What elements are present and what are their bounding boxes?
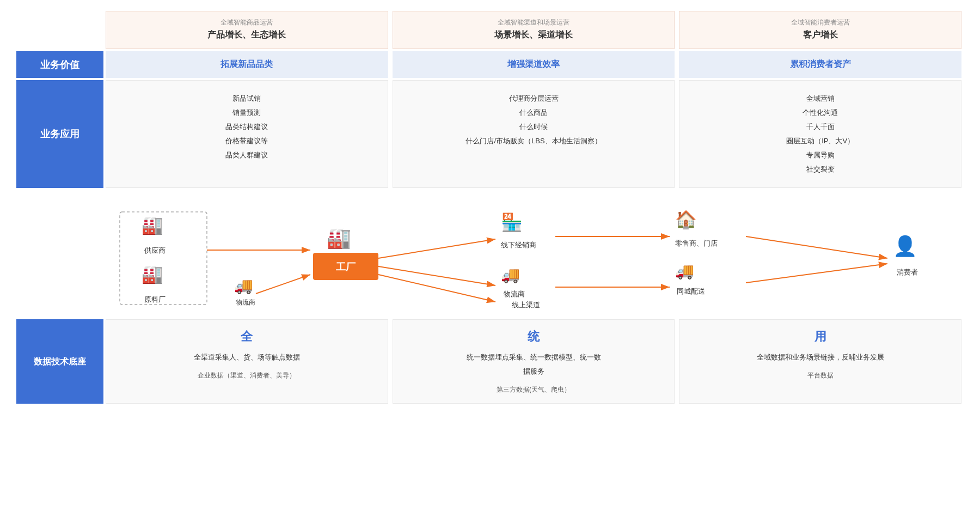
consumer-icon: 👤 xyxy=(893,234,917,258)
biz-app-col1-item1: 销量预测 xyxy=(112,106,382,120)
biz-app-content: 新品试销 销量预测 品类结构建议 价格带建议等 品类人群建议 代理商分层运营 什… xyxy=(103,80,964,188)
data-tech-col2-title: 统 xyxy=(404,329,664,345)
svg-line-9 xyxy=(378,275,495,302)
biz-app-col1-item3: 价格带建议等 xyxy=(112,134,382,148)
biz-app-col1-item0: 新品试销 xyxy=(112,92,382,106)
biz-app-col2: 代理商分层运营 什么商品 什么时候 什么门店/市场贩卖（LBS、本地生活洞察） xyxy=(393,80,675,188)
svg-line-11 xyxy=(746,264,887,283)
data-tech-col1-body: 全渠道采集人、货、场等触点数据 xyxy=(117,350,377,364)
biz-app-col3-item3: 圈层互动（IP、大V） xyxy=(685,134,955,148)
factory-icon: 🏭 xyxy=(327,226,351,250)
biz-value-col3: 累积消费者资产 xyxy=(679,51,961,78)
header-col3: 全域智能消费者运营 客户增长 xyxy=(679,11,961,49)
flow-svg: 🏭 供应商 🏭 原料厂 🚚 物流商 工厂 🏭 xyxy=(114,196,975,310)
svg-line-5 xyxy=(378,239,495,258)
data-tech-col1-title: 全 xyxy=(117,329,377,345)
header-col2-main: 场景增长、渠道增长 xyxy=(404,29,664,41)
header-col3-sub: 全域智能消费者运营 xyxy=(690,18,950,27)
biz-app-col3-item4: 专属导购 xyxy=(685,148,955,162)
svg-line-10 xyxy=(746,236,887,258)
flow-row: 🏭 供应商 🏭 原料厂 🚚 物流商 工厂 🏭 xyxy=(16,190,964,317)
data-tech-col3: 用 全域数据和业务场景链接，反哺业务发展 平台数据 xyxy=(679,319,961,404)
delivery-icon: 🚚 xyxy=(675,262,694,280)
data-tech-row: 数据技术底座 全 全渠道采集人、货、场等触点数据 企业数据（渠道、消费者、美导）… xyxy=(16,319,964,404)
data-tech-col3-body: 全域数据和业务场景链接，反哺业务发展 xyxy=(690,350,950,364)
header-col2: 全域智能渠道和场景运营 场景增长、渠道增长 xyxy=(393,11,675,49)
header-col2-sub: 全域智能渠道和场景运营 xyxy=(404,18,664,27)
logistics1-icon: 🚚 xyxy=(234,277,253,295)
logistics1-label: 物流商 xyxy=(236,299,255,306)
supplier-icon: 🏭 xyxy=(142,215,163,235)
biz-value-label: 业务价值 xyxy=(16,51,103,78)
logistics2-icon: 🚚 xyxy=(501,266,520,284)
factory-label: 工厂 xyxy=(336,262,356,272)
biz-app-col3-item5: 社交裂变 xyxy=(685,162,955,177)
online-channel-label: 线上渠道 xyxy=(512,301,540,309)
main-container: 全域智能商品运营 产品增长、生态增长 全域智能渠道和场景运营 场景增长、渠道增长… xyxy=(0,0,980,523)
data-tech-label: 数据技术底座 xyxy=(16,319,103,404)
biz-value-col2: 增强渠道效率 xyxy=(393,51,675,78)
biz-app-col2-item1: 什么商品 xyxy=(399,106,669,120)
offline-dealer-label: 线下经销商 xyxy=(501,241,536,249)
biz-app-col3: 全域营销 个性化沟通 千人千面 圈层互动（IP、大V） 专属导购 社交裂变 xyxy=(679,80,961,188)
biz-app-col2-item3: 什么门店/市场贩卖（LBS、本地生活洞察） xyxy=(399,134,669,148)
svg-line-3 xyxy=(256,275,310,294)
raw-material-label: 原料厂 xyxy=(144,295,166,303)
retailer-icon: 🏠 xyxy=(675,209,697,230)
logistics2-label: 物流商 xyxy=(504,290,525,298)
data-tech-col3-footer: 平台数据 xyxy=(690,371,950,380)
header-col1-main: 产品增长、生态增长 xyxy=(117,29,377,41)
retailer-label: 零售商、门店 xyxy=(675,239,718,247)
offline-dealer-icon: 🏪 xyxy=(501,212,523,233)
biz-value-row: 业务价值 拓展新品品类 增强渠道效率 累积消费者资产 xyxy=(16,51,964,78)
flow-label-spacer xyxy=(16,190,103,317)
biz-value-col1: 拓展新品品类 xyxy=(106,51,388,78)
biz-app-label: 业务应用 xyxy=(16,80,103,188)
svg-rect-1 xyxy=(120,212,207,305)
flow-area: 🏭 供应商 🏭 原料厂 🚚 物流商 工厂 🏭 xyxy=(103,190,980,317)
biz-app-col1-item4: 品类人群建议 xyxy=(112,148,382,162)
data-tech-col2-body: 统一数据埋点采集、统一数据模型、统一数 据服务 xyxy=(404,350,664,379)
data-tech-content: 全 全渠道采集人、货、场等触点数据 企业数据（渠道、消费者、美导） 统 统一数据… xyxy=(103,319,964,404)
biz-value-content: 拓展新品品类 增强渠道效率 累积消费者资产 xyxy=(103,51,964,78)
data-tech-col2-footer: 第三方数据(天气、爬虫） xyxy=(404,385,664,394)
biz-app-col1: 新品试销 销量预测 品类结构建议 价格带建议等 品类人群建议 xyxy=(106,80,388,188)
data-tech-col1: 全 全渠道采集人、货、场等触点数据 企业数据（渠道、消费者、美导） xyxy=(106,319,388,404)
supplier-label: 供应商 xyxy=(144,246,166,254)
raw-material-icon: 🏭 xyxy=(142,264,163,284)
header-col1: 全域智能商品运营 产品增长、生态增长 xyxy=(106,11,388,49)
biz-app-col1-item2: 品类结构建议 xyxy=(112,120,382,134)
header-col1-sub: 全域智能商品运营 xyxy=(117,18,377,27)
biz-app-col3-item0: 全域营销 xyxy=(685,92,955,106)
header-row: 全域智能商品运营 产品增长、生态增长 全域智能渠道和场景运营 场景增长、渠道增长… xyxy=(103,11,964,49)
svg-line-6 xyxy=(378,266,495,285)
biz-app-col2-item0: 代理商分层运营 xyxy=(399,92,669,106)
header-col3-main: 客户增长 xyxy=(690,29,950,41)
biz-app-col3-item2: 千人千面 xyxy=(685,120,955,134)
biz-app-row: 业务应用 新品试销 销量预测 品类结构建议 价格带建议等 品类人群建议 代理商分… xyxy=(16,80,964,188)
data-tech-col2: 统 统一数据埋点采集、统一数据模型、统一数 据服务 第三方数据(天气、爬虫） xyxy=(393,319,675,404)
biz-app-col2-item2: 什么时候 xyxy=(399,120,669,134)
delivery-label: 同城配送 xyxy=(677,287,705,295)
consumer-label: 消费者 xyxy=(897,268,918,276)
data-tech-col1-footer: 企业数据（渠道、消费者、美导） xyxy=(117,371,377,380)
data-tech-col3-title: 用 xyxy=(690,329,950,345)
biz-app-col3-item1: 个性化沟通 xyxy=(685,106,955,120)
